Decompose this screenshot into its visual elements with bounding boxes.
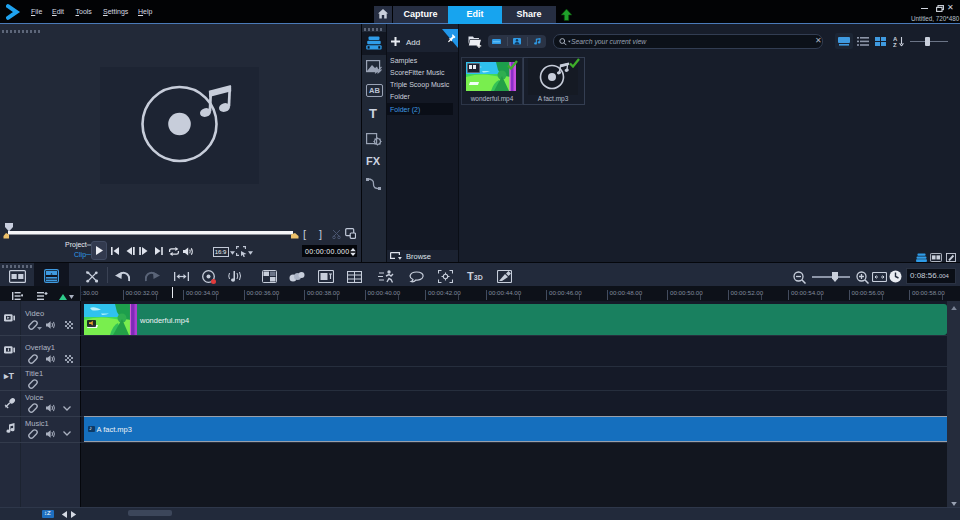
svg-text:Z: Z xyxy=(893,42,897,47)
